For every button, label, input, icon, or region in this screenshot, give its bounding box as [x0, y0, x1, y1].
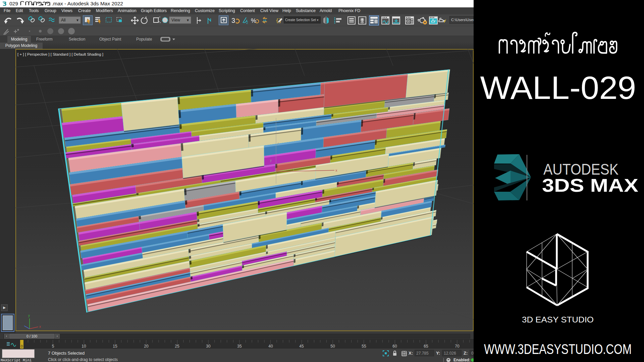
svg-text:[ + ] [ Perspective ] [ Standa: [ + ] [ Perspective ] [ Standard ] [ Def… — [17, 52, 103, 56]
svg-text:15: 15 — [113, 344, 117, 349]
svg-text:30: 30 — [206, 344, 211, 349]
svg-text:40: 40 — [268, 344, 273, 349]
svg-text:10: 10 — [82, 344, 86, 349]
svg-text:50: 50 — [330, 344, 335, 349]
svg-text:5: 5 — [52, 344, 54, 349]
svg-text:WWW.3DEASYSTUDIO.COM: WWW.3DEASYSTUDIO.COM — [484, 341, 632, 357]
svg-text:3: 3 — [231, 17, 235, 24]
svg-text:60: 60 — [392, 344, 397, 349]
svg-text:0: 0 — [21, 344, 23, 348]
svg-text:2: 2 — [246, 21, 248, 24]
svg-text:%: % — [251, 17, 256, 24]
svg-text:y: y — [270, 159, 272, 162]
svg-text:z: z — [277, 142, 279, 145]
svg-text:65: 65 — [424, 344, 428, 349]
svg-text:WALL-029: WALL-029 — [480, 69, 636, 106]
svg-text:70: 70 — [455, 344, 460, 349]
svg-text:25: 25 — [175, 344, 179, 349]
svg-text:x: x — [335, 168, 337, 172]
svg-text:20: 20 — [144, 344, 149, 349]
svg-text:3DS MAX: 3DS MAX — [542, 175, 638, 196]
svg-text:x: x — [39, 325, 41, 328]
svg-text:3D EASY STUDIO: 3D EASY STUDIO — [522, 315, 594, 324]
svg-text:35: 35 — [237, 344, 242, 349]
svg-text:y: y — [28, 314, 30, 317]
svg-text:45: 45 — [299, 344, 304, 349]
svg-text:55: 55 — [362, 344, 366, 349]
